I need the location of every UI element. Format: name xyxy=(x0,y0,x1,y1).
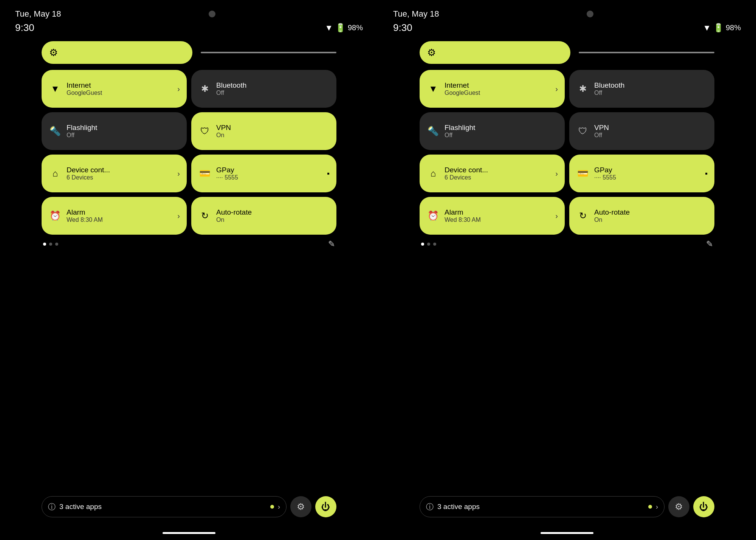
left-internet-label: Internet xyxy=(67,81,102,90)
right-flashlight-tile-icon: 🔦 xyxy=(427,126,439,136)
left-tile-flashlight[interactable]: 🔦 Flashlight Off xyxy=(42,112,187,150)
left-dot-2[interactable] xyxy=(49,243,52,246)
left-device-sublabel: 6 Devices xyxy=(67,174,110,181)
left-tile-bluetooth[interactable]: ✱ Bluetooth Off xyxy=(191,70,336,108)
right-gpay-card-icon: ▪ xyxy=(705,169,708,178)
left-tiles-grid: ▼ Internet GoogleGuest › ✱ Bluetooth Off… xyxy=(42,70,336,235)
left-power-btn[interactable]: ⏻ xyxy=(315,496,336,517)
left-status-icons: ▼ 🔋 98% xyxy=(325,23,363,33)
left-tile-gpay[interactable]: 💳 GPay ···· 5555 ▪ xyxy=(191,155,336,192)
right-alarm-sublabel: Wed 8:30 AM xyxy=(445,217,481,223)
right-power-btn[interactable]: ⏻ xyxy=(693,496,714,517)
left-nav-indicator xyxy=(163,532,215,534)
right-tile-flashlight[interactable]: 🔦 Flashlight Off xyxy=(420,112,565,150)
left-bluetooth-tile-icon: ✱ xyxy=(199,84,211,94)
left-flashlight-tile-icon: 🔦 xyxy=(49,126,61,136)
left-dots xyxy=(43,243,58,246)
right-vpn-sublabel: Off xyxy=(594,132,609,139)
right-bluetooth-tile-icon: ✱ xyxy=(577,84,589,94)
right-active-apps-pill[interactable]: ⓘ 3 active apps › xyxy=(420,496,665,517)
right-battery-text: 98% xyxy=(726,23,741,32)
right-dot-1[interactable] xyxy=(421,243,424,246)
left-pencil-icon[interactable]: ✎ xyxy=(328,239,335,249)
left-dot-3[interactable] xyxy=(55,243,58,246)
right-device-tile-icon: ⌂ xyxy=(427,168,439,179)
left-wifi-tile-icon: ▼ xyxy=(49,84,61,94)
left-tile-device-cont[interactable]: ⌂ Device cont... 6 Devices › xyxy=(42,155,187,192)
right-tile-gpay[interactable]: 💳 GPay ···· 5555 ▪ xyxy=(569,155,714,192)
left-brightness-pill[interactable]: ⚙ xyxy=(42,41,192,64)
left-flashlight-sublabel: Off xyxy=(67,132,97,139)
left-tile-auto-rotate[interactable]: ↻ Auto-rotate On xyxy=(191,197,336,235)
right-tile-device-cont[interactable]: ⌂ Device cont... 6 Devices › xyxy=(420,155,565,192)
right-info-icon: ⓘ xyxy=(426,502,434,512)
right-internet-sublabel: GoogleGuest xyxy=(445,90,480,96)
right-dots xyxy=(421,243,436,246)
right-vpn-label: VPN xyxy=(594,124,609,132)
left-camera-dot xyxy=(209,11,215,17)
left-tile-alarm[interactable]: ⏰ Alarm Wed 8:30 AM › xyxy=(42,197,187,235)
right-active-apps-text: 3 active apps xyxy=(437,503,644,511)
left-internet-sublabel: GoogleGuest xyxy=(67,90,102,96)
left-settings-icon: ⚙ xyxy=(297,501,305,512)
right-tile-vpn[interactable]: 🛡 VPN Off xyxy=(569,112,714,150)
right-dot-3[interactable] xyxy=(433,243,436,246)
right-flashlight-label: Flashlight xyxy=(445,124,475,132)
right-vpn-tile-icon: 🛡 xyxy=(577,126,589,136)
right-dot-2[interactable] xyxy=(427,243,430,246)
right-brightness-row[interactable]: ⚙ xyxy=(420,41,714,64)
right-tile-internet[interactable]: ▼ Internet GoogleGuest › xyxy=(420,70,565,108)
left-tile-vpn[interactable]: 🛡 VPN On xyxy=(191,112,336,150)
left-active-apps-dot xyxy=(270,505,274,509)
right-time-row: 9:30 ▼ 🔋 98% xyxy=(378,19,756,34)
right-alarm-tile-icon: ⏰ xyxy=(427,210,439,221)
right-rotate-tile-icon: ↻ xyxy=(577,210,589,221)
left-alarm-label: Alarm xyxy=(67,208,103,217)
left-device-tile-icon: ⌂ xyxy=(49,168,61,179)
left-info-icon: ⓘ xyxy=(48,502,56,512)
left-alarm-sublabel: Wed 8:30 AM xyxy=(67,217,103,223)
left-active-apps-pill[interactable]: ⓘ 3 active apps › xyxy=(42,496,287,517)
left-bluetooth-label: Bluetooth xyxy=(216,81,246,90)
left-panel: Tue, May 18 9:30 ▼ 🔋 98% ⚙ ▼ Internet xyxy=(0,0,378,540)
left-brightness-track[interactable] xyxy=(201,52,336,53)
left-alarm-chevron: › xyxy=(177,212,180,220)
left-status-bar: Tue, May 18 xyxy=(0,0,378,19)
right-time: 9:30 xyxy=(393,22,412,34)
left-vpn-tile-icon: 🛡 xyxy=(199,126,211,136)
right-settings-btn[interactable]: ⚙ xyxy=(668,496,689,517)
left-gpay-sublabel: ···· 5555 xyxy=(216,174,238,181)
left-dot-1[interactable] xyxy=(43,243,46,246)
left-tile-internet[interactable]: ▼ Internet GoogleGuest › xyxy=(42,70,187,108)
right-tile-bluetooth[interactable]: ✱ Bluetooth Off xyxy=(569,70,714,108)
left-settings-btn[interactable]: ⚙ xyxy=(290,496,311,517)
left-vpn-label: VPN xyxy=(216,124,231,132)
right-pencil-icon[interactable]: ✎ xyxy=(706,239,713,249)
right-rotate-sublabel: On xyxy=(594,217,630,223)
right-brightness-pill[interactable]: ⚙ xyxy=(420,41,570,64)
right-wifi-icon: ▼ xyxy=(703,23,711,33)
right-internet-chevron: › xyxy=(555,85,558,93)
right-tile-alarm[interactable]: ⏰ Alarm Wed 8:30 AM › xyxy=(420,197,565,235)
right-brightness-track[interactable] xyxy=(579,52,714,53)
right-date: Tue, May 18 xyxy=(393,9,439,19)
right-gpay-tile-icon: 💳 xyxy=(577,168,589,179)
left-rotate-tile-icon: ↻ xyxy=(199,210,211,221)
left-flashlight-label: Flashlight xyxy=(67,124,97,132)
right-rotate-label: Auto-rotate xyxy=(594,208,630,217)
left-brightness-row[interactable]: ⚙ xyxy=(42,41,336,64)
left-date: Tue, May 18 xyxy=(15,9,61,19)
right-active-apps-chevron[interactable]: › xyxy=(656,503,658,511)
right-tile-auto-rotate[interactable]: ↻ Auto-rotate On xyxy=(569,197,714,235)
right-brightness-icon: ⚙ xyxy=(427,47,436,59)
left-device-chevron: › xyxy=(177,169,180,178)
right-device-sublabel: 6 Devices xyxy=(445,174,488,181)
left-pagination-row: ✎ xyxy=(42,239,336,249)
left-qs-container: ⚙ ▼ Internet GoogleGuest › ✱ Bluetooth O… xyxy=(42,41,336,249)
right-bottom-bar: ⓘ 3 active apps › ⚙ ⏻ xyxy=(420,496,714,517)
left-rotate-label: Auto-rotate xyxy=(216,208,252,217)
left-bottom-bar: ⓘ 3 active apps › ⚙ ⏻ xyxy=(42,496,336,517)
left-gpay-label: GPay xyxy=(216,166,238,175)
left-active-apps-chevron[interactable]: › xyxy=(278,503,280,511)
left-bluetooth-sublabel: Off xyxy=(216,90,246,96)
